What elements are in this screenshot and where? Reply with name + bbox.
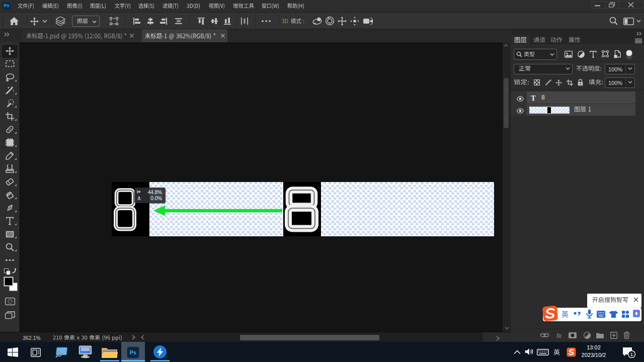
svg-text:1: 1: [630, 351, 633, 357]
